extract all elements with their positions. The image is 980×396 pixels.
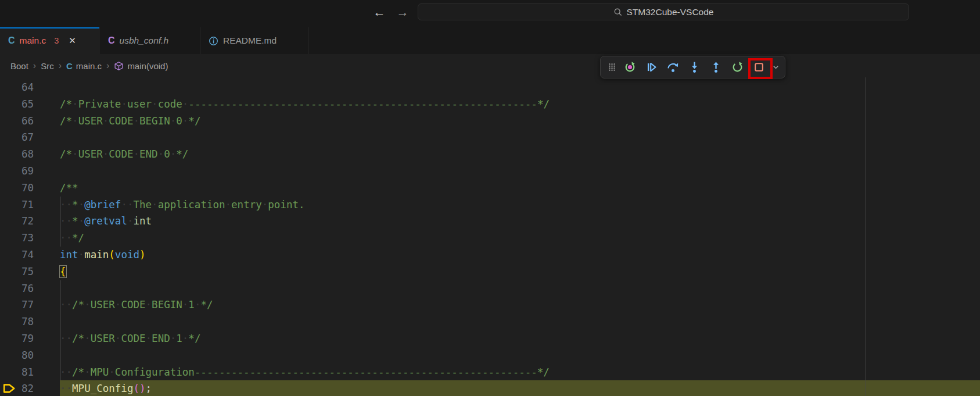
step-out-button[interactable] (705, 58, 727, 77)
code-text (60, 163, 980, 180)
line-number[interactable]: 65 (0, 96, 60, 113)
gripper-icon[interactable] (604, 58, 619, 77)
line-number[interactable]: 78 (0, 313, 60, 330)
reset-button[interactable] (619, 58, 641, 77)
code-line-78: 78 (0, 313, 980, 330)
code-line-64: 64 (0, 79, 980, 96)
debug-current-line-arrow-icon (3, 382, 16, 395)
indent-guide (60, 197, 61, 247)
line-number[interactable]: 66 (0, 113, 60, 130)
breadcrumb-main-void[interactable]: main(void) (114, 61, 168, 71)
code-text: ··/*·USER·CODE·END·1·*/ (60, 330, 980, 347)
code-text: /** (60, 180, 980, 197)
line-number[interactable]: 75 (0, 263, 60, 280)
tab-usbh-conf-h[interactable]: C usbh_conf.h (100, 27, 200, 54)
code-text: int·main(void) (60, 247, 980, 263)
code-line-71: 71··*·@brief··The·application·entry·poin… (0, 197, 980, 213)
command-center-search[interactable]: STM32Cube-VSCode (418, 3, 909, 20)
line-number[interactable]: 77 (0, 297, 60, 313)
line-number[interactable]: 76 (0, 280, 60, 297)
code-text (60, 79, 980, 96)
code-line-81: 81··/*·MPU·Configuration----------------… (0, 364, 980, 381)
code-text: /*·USER·CODE·BEGIN·0·*/ (60, 113, 980, 130)
restart-button[interactable] (727, 58, 748, 77)
code-text (60, 280, 980, 297)
editor-ruler (866, 77, 866, 396)
line-number[interactable]: 67 (0, 129, 60, 146)
breadcrumb-boot[interactable]: Boot (10, 61, 28, 71)
vscode-window: ← → STM32Cube-VSCode C main.c 3 ✕ C usbh… (0, 0, 980, 396)
code-line-80: 80 (0, 347, 980, 364)
breadcrumb-separator: › (33, 60, 37, 71)
indent-guide (60, 280, 61, 381)
code-text: ··*·@retval·int (60, 213, 980, 230)
breadcrumb: Boot › Src › C main.c › main(void) (0, 54, 980, 77)
code-line-82: 82··MPU_Config(); (0, 380, 980, 396)
code-line-75: 75{ (0, 263, 980, 280)
line-number[interactable]: 74 (0, 247, 60, 263)
code-line-70: 70/** (0, 180, 980, 197)
tab-label: usbh_conf.h (120, 35, 168, 46)
search-text: STM32Cube-VSCode (627, 7, 714, 17)
code-text: ··/*·USER·CODE·BEGIN·1·*/ (60, 297, 980, 313)
tab-label: main.c (20, 35, 46, 46)
line-number[interactable]: 69 (0, 163, 60, 180)
tab-readme-md[interactable]: README.md (200, 27, 308, 54)
breadcrumb-separator: › (106, 60, 110, 71)
line-number[interactable]: 68 (0, 146, 60, 163)
breadcrumb-main-c[interactable]: C main.c (66, 61, 102, 71)
code-line-74: 74int·main(void) (0, 247, 980, 263)
info-icon (209, 36, 218, 46)
continue-button[interactable] (641, 58, 662, 77)
code-line-66: 66/*·USER·CODE·BEGIN·0·*/ (0, 113, 980, 130)
navigate-forward-icon[interactable]: → (394, 3, 411, 21)
code-line-67: 67 (0, 129, 980, 146)
step-over-button[interactable] (662, 58, 684, 77)
c-file-icon: C (66, 61, 73, 71)
line-number[interactable]: 79 (0, 330, 60, 347)
line-number[interactable]: 81 (0, 364, 60, 381)
annotation-red-box (748, 58, 773, 79)
code-line-77: 77··/*·USER·CODE·BEGIN·1·*/ (0, 297, 980, 313)
tab-error-badge: 3 (54, 36, 59, 45)
search-icon (613, 8, 623, 17)
code-text: { (60, 263, 980, 280)
code-line-73: 73··*/ (0, 230, 980, 247)
code-text: /*·USER·CODE·END·0·*/ (60, 146, 980, 163)
step-into-button[interactable] (684, 58, 705, 77)
title-bar: ← → STM32Cube-VSCode (0, 0, 980, 27)
code-text: ··*·@brief··The·application·entry·point. (60, 197, 980, 213)
c-file-icon: C (8, 35, 15, 46)
line-number[interactable]: 80 (0, 347, 60, 364)
code-text: ··MPU_Config(); (60, 380, 980, 396)
code-text: ··*/ (60, 230, 980, 247)
code-editor[interactable]: 6465/*·Private·user·code·---------------… (0, 77, 980, 396)
code-text (60, 347, 980, 364)
code-text: /*·Private·user·code·-------------------… (60, 96, 980, 113)
code-line-65: 65/*·Private·user·code·-----------------… (0, 96, 980, 113)
code-line-72: 72··*·@retval·int (0, 213, 980, 230)
tab-label: README.md (223, 35, 277, 46)
code-text (60, 313, 980, 330)
line-number[interactable]: 73 (0, 230, 60, 247)
symbol-cube-icon (114, 61, 124, 71)
code-line-68: 68/*·USER·CODE·END·0·*/ (0, 146, 980, 163)
breadcrumb-separator: › (58, 60, 62, 71)
code-line-79: 79··/*·USER·CODE·END·1·*/ (0, 330, 980, 347)
code-area: 6465/*·Private·user·code·---------------… (0, 79, 980, 396)
tab-main-c[interactable]: C main.c 3 ✕ (0, 27, 100, 54)
code-text (60, 129, 980, 146)
close-icon[interactable]: ✕ (69, 35, 76, 46)
line-number[interactable]: 71 (0, 197, 60, 213)
line-number[interactable]: 64 (0, 79, 60, 96)
line-number[interactable]: 72 (0, 213, 60, 230)
line-number[interactable]: 70 (0, 180, 60, 197)
code-text: ··/*·MPU·Configuration------------------… (60, 364, 980, 381)
tab-bar: C main.c 3 ✕ C usbh_conf.h README.md (0, 27, 980, 54)
code-line-69: 69 (0, 163, 980, 180)
breadcrumb-src[interactable]: Src (41, 61, 54, 71)
navigate-back-icon[interactable]: ← (371, 3, 388, 21)
code-line-76: 76 (0, 280, 980, 297)
c-header-file-icon: C (108, 35, 115, 46)
